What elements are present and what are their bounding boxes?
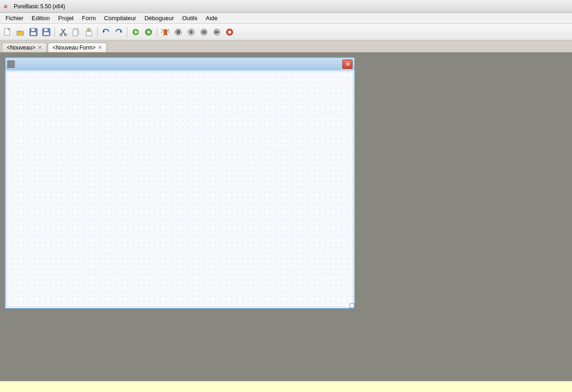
- tab-nouveau[interactable]: <Nouveau> ✕: [2, 43, 47, 52]
- app-title: PureBasic 5.50 (x64): [14, 3, 65, 10]
- toolbar-copy-btn[interactable]: [70, 26, 82, 38]
- menu-form[interactable]: Form: [78, 14, 99, 22]
- svg-rect-31: [177, 30, 178, 34]
- menu-debogueur[interactable]: Débogueur: [141, 14, 177, 22]
- tab-nouveau-label: <Nouveau>: [7, 44, 35, 51]
- svg-rect-5: [31, 32, 36, 35]
- toolbar-sep-3: [127, 27, 127, 37]
- menu-edition[interactable]: Edition: [28, 14, 54, 22]
- resize-handle[interactable]: [350, 304, 354, 308]
- menu-outils[interactable]: Outils: [179, 14, 201, 22]
- svg-marker-19: [120, 30, 121, 33]
- tab-nouveau-form-label: <Nouveau Form>: [53, 44, 95, 51]
- toolbar-debug-stepover-btn[interactable]: [211, 26, 223, 38]
- toolbar-compilenrun-btn[interactable]: [143, 26, 154, 38]
- tab-nouveau-form-close[interactable]: ✕: [98, 45, 102, 50]
- toolbar-compile-btn[interactable]: [130, 26, 142, 38]
- tab-nouveau-form[interactable]: <Nouveau Form> ✕: [48, 43, 107, 52]
- toolbar-redo-btn[interactable]: [113, 26, 125, 38]
- menu-bar: Fichier Edition Projet Form Compilateur …: [0, 13, 572, 24]
- tabs-bar: <Nouveau> ✕ <Nouveau Form> ✕: [0, 40, 572, 52]
- svg-point-25: [164, 29, 167, 33]
- menu-fichier[interactable]: Fichier: [2, 14, 27, 22]
- svg-line-26: [162, 29, 163, 30]
- toolbar-sep-4: [157, 27, 157, 37]
- app-icon: ≡: [4, 3, 11, 10]
- tab-nouveau-close[interactable]: ✕: [38, 45, 42, 50]
- toolbar-saveas-btn[interactable]: +: [40, 26, 52, 38]
- toolbar-debug-stop-btn[interactable]: [224, 26, 236, 38]
- toolbar-debug-pause-btn[interactable]: [172, 26, 184, 38]
- title-bar: ≡ PureBasic 5.50 (x64): [0, 0, 572, 13]
- form-close-button[interactable]: ✕: [342, 60, 352, 69]
- toolbar: +: [0, 24, 572, 40]
- toolbar-debug-btn[interactable]: [160, 26, 171, 38]
- svg-rect-32: [179, 30, 180, 34]
- menu-aide[interactable]: Aide: [202, 14, 221, 22]
- svg-point-12: [60, 34, 62, 36]
- status-bar: [0, 381, 572, 392]
- svg-rect-15: [73, 30, 77, 36]
- svg-rect-4: [31, 28, 35, 31]
- form-title-controls: ✕: [342, 60, 352, 69]
- svg-point-30: [175, 29, 182, 35]
- main-area: ✕: [0, 52, 572, 381]
- form-title-bar[interactable]: ✕: [6, 58, 354, 71]
- toolbar-new-btn[interactable]: [2, 26, 14, 38]
- svg-rect-17: [88, 28, 90, 32]
- form-window-icon: [7, 61, 15, 68]
- dot-grid-canvas: [7, 72, 353, 307]
- svg-rect-37: [205, 30, 206, 34]
- toolbar-paste-btn[interactable]: [83, 26, 95, 38]
- toolbar-open-btn[interactable]: [15, 26, 27, 38]
- toolbar-debug-run-btn[interactable]: [185, 26, 197, 38]
- svg-marker-18: [103, 30, 105, 33]
- toolbar-sep-1: [55, 27, 55, 37]
- form-canvas[interactable]: [6, 72, 353, 307]
- toolbar-sep-2: [97, 27, 98, 37]
- form-designer-window: ✕: [5, 57, 355, 309]
- toolbar-debug-step-btn[interactable]: [198, 26, 210, 38]
- svg-rect-7: [44, 28, 48, 31]
- menu-projet[interactable]: Projet: [55, 14, 77, 22]
- menu-compilateur[interactable]: Compilateur: [100, 14, 140, 22]
- svg-point-13: [65, 34, 66, 36]
- svg-line-27: [168, 29, 169, 30]
- toolbar-save-btn[interactable]: [28, 26, 39, 38]
- svg-text:+: +: [48, 33, 50, 36]
- form-close-icon: ✕: [346, 61, 350, 67]
- svg-rect-42: [228, 31, 231, 33]
- toolbar-undo-btn[interactable]: [100, 26, 112, 38]
- toolbar-cut-btn[interactable]: [57, 26, 69, 38]
